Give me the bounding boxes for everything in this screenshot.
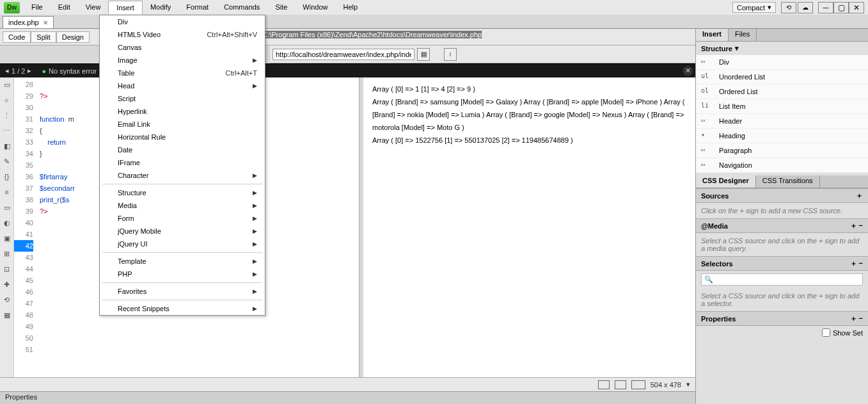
address-input[interactable] <box>272 49 414 60</box>
menu-item-email-link[interactable]: Email Link <box>100 118 265 131</box>
tab-insert[interactable]: Insert <box>696 29 729 41</box>
insert-item-heading[interactable]: ▾Heading <box>696 129 868 143</box>
split-view-button[interactable]: Split <box>31 31 56 43</box>
tool-icon[interactable]: ▭ <box>3 203 12 212</box>
menu-item-form[interactable]: Form▶ <box>100 212 265 225</box>
element-icon: ▭ <box>701 146 713 155</box>
tab-css-transitions[interactable]: CSS Transitions <box>756 175 820 188</box>
tool-icon[interactable]: ≡ <box>3 188 12 197</box>
add-icon[interactable]: ＋ − <box>850 221 863 230</box>
maximize-button[interactable]: ▢ <box>833 2 849 13</box>
insert-item-label: Ordered List <box>719 88 758 95</box>
menu-item-template[interactable]: Template▶ <box>100 255 265 268</box>
close-icon[interactable]: ✕ <box>43 19 48 26</box>
device-phone-icon[interactable] <box>598 380 610 389</box>
preview-line: Array ( [0] => 1 [1] => 4 [2] => 9 ) <box>372 83 686 95</box>
device-desktop-icon[interactable] <box>631 380 645 389</box>
menu-item-div[interactable]: Div <box>100 15 265 28</box>
menu-item-html5-video[interactable]: HTML5 VideoCtrl+Alt+Shift+V <box>100 28 265 41</box>
insert-item-paragraph[interactable]: ▭Paragraph <box>696 143 868 158</box>
insert-item-label: Div <box>719 58 729 66</box>
menu-item-iframe[interactable]: IFrame <box>100 156 265 169</box>
menu-item-table[interactable]: TableCtrl+Alt+T <box>100 67 265 79</box>
menu-insert[interactable]: Insert <box>108 1 143 14</box>
viewport-size: 504 x 478 <box>651 381 681 389</box>
element-icon: ol <box>701 87 713 96</box>
menu-commands[interactable]: Commands <box>216 1 267 14</box>
minimize-button[interactable]: ─ <box>818 2 833 13</box>
tool-icon[interactable]: ✎ <box>3 157 12 166</box>
structure-dropdown[interactable]: Structure▾ <box>696 42 868 55</box>
code-view-button[interactable]: Code <box>3 31 31 43</box>
workspace-combo[interactable]: Compact▾ <box>732 2 776 13</box>
css-properties-header[interactable]: Properties＋ − <box>696 311 868 326</box>
insert-item-unordered-list[interactable]: ulUnordered List <box>696 70 868 85</box>
tool-icon[interactable]: ◐ <box>3 218 12 227</box>
menu-item-script[interactable]: Script <box>100 92 265 105</box>
add-icon[interactable]: ＋ − <box>850 314 863 323</box>
tool-icon[interactable]: ◧ <box>3 141 12 150</box>
menu-item-horizontal-rule[interactable]: Horizontal Rule <box>100 131 265 143</box>
insert-item-ordered-list[interactable]: olOrdered List <box>696 85 868 99</box>
tool-icon[interactable]: ⊡ <box>3 264 12 273</box>
menu-item-hyperlink[interactable]: Hyperlink <box>100 105 265 118</box>
tool-icon[interactable]: ⟲ <box>3 295 12 304</box>
menu-file[interactable]: File <box>24 1 51 14</box>
sources-header[interactable]: Sources＋ <box>696 188 868 203</box>
menu-item-recent-snippets[interactable]: Recent Snippets▶ <box>100 302 265 315</box>
menu-modify[interactable]: Modify <box>143 1 178 14</box>
address-options-icon[interactable]: ▤ <box>417 48 430 61</box>
file-tab[interactable]: index.php ✕ <box>3 16 54 28</box>
insert-item-header[interactable]: ▭Header <box>696 114 868 129</box>
element-icon: ul <box>701 72 713 81</box>
menu-site[interactable]: Site <box>267 1 295 14</box>
selectors-header[interactable]: Selectors＋ − <box>696 256 868 271</box>
menu-item-structure[interactable]: Structure▶ <box>100 186 265 199</box>
menu-window[interactable]: Window <box>295 1 335 14</box>
tool-icon[interactable]: {} <box>3 172 12 181</box>
tool-icon[interactable]: ▭ <box>3 80 12 89</box>
device-tablet-icon[interactable] <box>615 380 626 389</box>
selector-search[interactable]: 🔍 <box>701 273 863 286</box>
insert-item-div[interactable]: ▭Div <box>696 55 868 70</box>
menu-item-date[interactable]: Date <box>100 143 265 156</box>
menu-item-media[interactable]: Media▶ <box>100 199 265 212</box>
add-icon[interactable]: ＋ − <box>850 259 863 268</box>
menu-item-php[interactable]: PHP▶ <box>100 268 265 280</box>
tool-icon[interactable]: ⊞ <box>3 249 12 258</box>
tool-icon[interactable]: ⋯ <box>3 126 12 135</box>
menu-item-jquery-mobile[interactable]: jQuery Mobile▶ <box>100 225 265 238</box>
media-header[interactable]: @Media＋ − <box>696 218 868 233</box>
insert-item-list-item[interactable]: liList Item <box>696 99 868 114</box>
tool-icon[interactable]: ⟐ <box>3 95 12 104</box>
close-button[interactable]: ✕ <box>849 2 864 13</box>
tool-icon[interactable]: ✚ <box>3 280 12 289</box>
menu-item-image[interactable]: Image▶ <box>100 54 265 67</box>
menu-item-favorites[interactable]: Favorites▶ <box>100 285 265 298</box>
tool-icon[interactable]: ▣ <box>3 234 12 243</box>
design-view-button[interactable]: Design <box>56 31 90 43</box>
menu-edit[interactable]: Edit <box>51 1 78 14</box>
menu-item-head[interactable]: Head▶ <box>100 79 265 92</box>
add-icon[interactable]: ＋ <box>856 191 863 200</box>
properties-panel-header[interactable]: Properties <box>0 391 695 404</box>
menu-item-canvas[interactable]: Canvas <box>100 41 265 54</box>
menu-item-character[interactable]: Character▶ <box>100 169 265 182</box>
menu-item-jquery-ui[interactable]: jQuery UI▶ <box>100 238 265 250</box>
cloud-icon[interactable]: ☁ <box>798 2 813 13</box>
menu-format[interactable]: Format <box>178 1 216 14</box>
tool-icon[interactable]: ▦ <box>3 311 12 319</box>
insert-item-navigation[interactable]: ▭Navigation <box>696 158 868 173</box>
tab-css-designer[interactable]: CSS Designer <box>696 175 756 188</box>
tool-icon[interactable]: ⋮ <box>3 111 12 120</box>
element-icon: ▭ <box>701 117 713 125</box>
insert-item-label: Heading <box>719 132 745 140</box>
menu-help[interactable]: Help <box>335 1 365 14</box>
refresh-icon[interactable]: ↕ <box>444 48 457 61</box>
sync-icon[interactable]: ⟲ <box>781 2 796 13</box>
close-panel-icon[interactable]: ✕ <box>683 66 693 76</box>
tab-files[interactable]: Files <box>729 29 757 41</box>
menu-view[interactable]: View <box>78 1 109 14</box>
show-set-checkbox[interactable] <box>822 328 830 337</box>
right-panel: Insert Files Structure▾ ▭DivulUnordered … <box>695 29 868 404</box>
